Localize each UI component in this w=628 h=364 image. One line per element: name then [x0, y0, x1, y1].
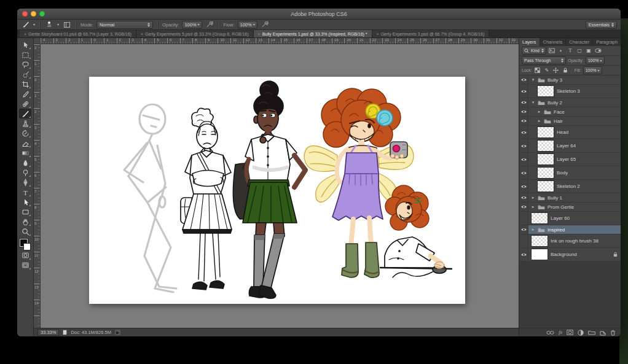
visibility-toggle[interactable]: [519, 193, 528, 202]
layer-name[interactable]: Head: [557, 130, 568, 135]
zoom-tool[interactable]: [19, 227, 31, 236]
visibility-toggle[interactable]: [519, 153, 528, 166]
visibility-toggle[interactable]: [519, 76, 528, 84]
workspace-switcher[interactable]: Essentials: [586, 21, 617, 29]
history-brush-tool[interactable]: [19, 128, 31, 138]
color-swatches[interactable]: [20, 239, 31, 250]
lock-transparency-icon[interactable]: [534, 67, 541, 74]
lock-pixels-icon[interactable]: ✎: [543, 67, 551, 74]
layer-name[interactable]: Inspired: [548, 227, 565, 233]
layer-name[interactable]: Bully 2: [548, 100, 562, 106]
panel-tab-paragraph[interactable]: Paragraph: [593, 38, 621, 46]
collapse-group-icon[interactable]: ▾: [531, 100, 535, 105]
canvas-viewport[interactable]: [41, 44, 519, 328]
layer-row[interactable]: Layer 65: [519, 153, 621, 166]
hand-tool[interactable]: [19, 217, 31, 227]
layer-row[interactable]: ▸Inspired: [519, 225, 621, 234]
layer-name[interactable]: Layer 65: [557, 157, 576, 162]
layer-row[interactable]: Skeleton 3: [519, 85, 621, 98]
shape-tool[interactable]: [19, 207, 31, 217]
document-tab[interactable]: ×Gertie Storyboard 01.psd @ 66.7% (Layer…: [20, 30, 136, 37]
panel-tab-channels[interactable]: Channels: [540, 38, 567, 46]
layer-thumbnail[interactable]: [537, 85, 554, 97]
visibility-toggle[interactable]: [519, 117, 528, 125]
layer-row[interactable]: Layer 60: [519, 212, 621, 225]
layer-name[interactable]: Background: [551, 252, 577, 257]
link-layers-icon[interactable]: [546, 330, 554, 335]
zoom-level-field[interactable]: 33.33%: [37, 329, 59, 336]
title-bar[interactable]: Adobe Photoshop CS6: [17, 9, 621, 20]
expand-group-icon[interactable]: ▸: [537, 118, 541, 123]
marquee-tool[interactable]: [19, 50, 31, 60]
visibility-toggle[interactable]: [519, 126, 528, 139]
tool-preset-arrow-icon[interactable]: ▾: [33, 23, 35, 26]
gradient-tool[interactable]: [19, 148, 31, 158]
expand-group-icon[interactable]: ▸: [537, 109, 541, 114]
layer-name[interactable]: Hair: [554, 118, 563, 124]
visibility-toggle[interactable]: [519, 180, 528, 193]
vertical-ruler[interactable]: 2101234567891011121314: [34, 44, 41, 328]
pen-tool[interactable]: [19, 177, 31, 187]
layer-thumbnail[interactable]: [537, 153, 554, 165]
layer-name[interactable]: Bully 3: [548, 77, 562, 83]
clone-stamp-tool[interactable]: [19, 118, 31, 128]
flow-dropdown[interactable]: 100%▾: [238, 21, 257, 29]
layer-row[interactable]: ▸Face: [519, 107, 621, 117]
shape-filter-icon[interactable]: ▢: [576, 47, 583, 54]
brush-preview[interactable]: 20: [44, 20, 54, 29]
lasso-tool[interactable]: [19, 60, 31, 69]
layer-fill-value[interactable]: 100%▾: [583, 66, 602, 74]
healing-brush-tool[interactable]: [19, 99, 31, 109]
expand-group-icon[interactable]: ▸: [531, 195, 535, 200]
layer-name[interactable]: Face: [554, 109, 565, 115]
pressure-opacity-icon[interactable]: [205, 21, 214, 28]
layer-row[interactable]: ▾Bully 2: [519, 98, 621, 107]
layer-row[interactable]: ▸Hair: [519, 117, 621, 126]
visibility-toggle[interactable]: [519, 225, 528, 234]
close-tab-icon[interactable]: ×: [258, 32, 261, 36]
visibility-toggle[interactable]: [519, 234, 528, 247]
visibility-toggle[interactable]: [519, 166, 528, 179]
brush-tool[interactable]: [19, 109, 31, 118]
layer-name[interactable]: Bully 1: [548, 195, 562, 201]
layer-opacity-value[interactable]: 100%▾: [586, 56, 605, 64]
layer-name[interactable]: Prom Gertie: [548, 204, 574, 210]
layer-name[interactable]: Skeleton 3: [557, 88, 580, 94]
blend-mode-dropdown[interactable]: Normal: [96, 21, 153, 29]
adjustment-filter-icon[interactable]: ◐: [557, 47, 565, 54]
document-canvas[interactable]: [89, 77, 465, 304]
lock-position-icon[interactable]: [552, 67, 560, 74]
layer-mask-icon[interactable]: [567, 330, 573, 335]
layer-thumbnail[interactable]: [537, 167, 554, 179]
layer-name[interactable]: Ink on rough brush 38: [551, 238, 599, 244]
ruler-origin[interactable]: [34, 38, 41, 44]
screen-mode-button[interactable]: [19, 260, 31, 270]
delete-layer-icon[interactable]: [610, 330, 616, 336]
layer-thumbnail[interactable]: [537, 140, 554, 152]
layer-thumbnail[interactable]: [531, 212, 548, 224]
blur-tool[interactable]: [19, 158, 31, 168]
filter-kind-dropdown[interactable]: Kind: [522, 47, 546, 55]
quick-mask-button[interactable]: [19, 250, 31, 260]
layer-row[interactable]: Background: [519, 248, 621, 261]
document-tab[interactable]: ×Bully Experiments 1.psd @ 33.3% (Inspir…: [254, 30, 372, 37]
horizontal-ruler[interactable]: 4321012345678910111213141516171819202122…: [41, 38, 519, 44]
layer-name[interactable]: Body: [557, 170, 568, 176]
layer-row[interactable]: Head: [519, 126, 621, 139]
crop-tool[interactable]: [19, 79, 31, 89]
eyedropper-tool[interactable]: [19, 89, 31, 99]
path-selection-tool[interactable]: [19, 197, 31, 207]
layer-row[interactable]: Skeleton 2: [519, 180, 621, 193]
layer-blend-mode-select[interactable]: Pass Through: [522, 56, 566, 64]
close-tab-icon[interactable]: ×: [377, 32, 379, 36]
layer-thumbnail[interactable]: [537, 126, 554, 138]
quick-selection-tool[interactable]: [19, 69, 31, 79]
document-tab[interactable]: ×Gerty Experiments 5.psd @ 33.3% (Group …: [136, 30, 254, 37]
panel-tab-character[interactable]: Character: [566, 38, 593, 46]
visibility-toggle[interactable]: [519, 85, 528, 98]
visibility-toggle[interactable]: [519, 107, 528, 116]
lock-all-icon[interactable]: [562, 67, 569, 74]
move-tool[interactable]: [19, 40, 31, 50]
visibility-toggle[interactable]: [519, 203, 528, 211]
visibility-toggle[interactable]: [519, 248, 528, 261]
